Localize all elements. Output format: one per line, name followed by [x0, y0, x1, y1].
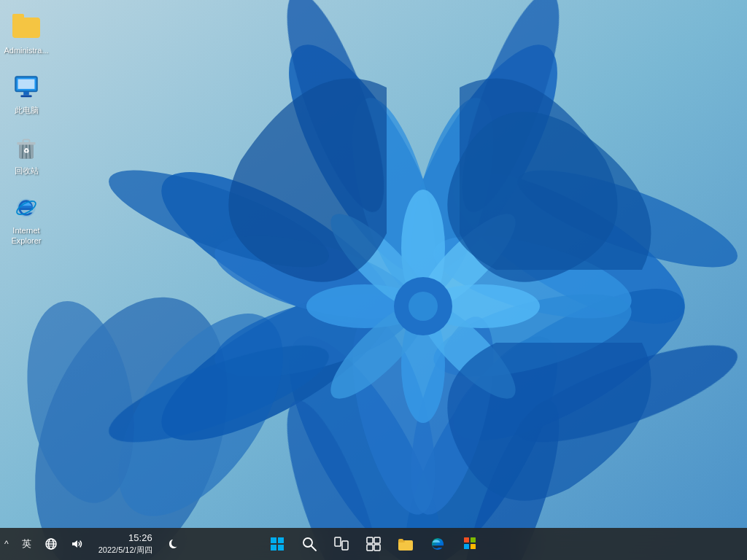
clock-time: 15:26: [128, 532, 152, 545]
edge-button[interactable]: [423, 528, 452, 560]
task-view-button[interactable]: [327, 528, 356, 560]
svg-rect-56: [278, 537, 284, 543]
this-pc-svg: [12, 74, 40, 101]
recycle-bin-icon[interactable]: ♻ 回收站: [0, 131, 53, 179]
taskbar: ^ 英: [0, 528, 747, 560]
svg-line-60: [311, 546, 316, 551]
internet-explorer-icon[interactable]: InternetExplorer: [0, 190, 53, 249]
svg-rect-71: [471, 537, 476, 542]
volume-button[interactable]: [66, 534, 88, 553]
svg-rect-50: [23, 139, 30, 143]
volume-icon: [71, 537, 84, 551]
svg-rect-55: [271, 537, 276, 543]
svg-text:♻: ♻: [23, 147, 29, 155]
svg-rect-62: [342, 541, 348, 550]
svg-rect-42: [23, 92, 29, 96]
store-icon: [462, 537, 477, 551]
chevron-up-icon: ^: [4, 539, 9, 549]
svg-rect-57: [271, 545, 276, 551]
svg-rect-69: [398, 539, 403, 542]
desktop: Administra... 此电脑: [0, 0, 747, 560]
widgets-icon: [366, 537, 381, 551]
svg-rect-61: [335, 537, 341, 546]
svg-rect-40: [18, 79, 35, 89]
svg-rect-64: [374, 537, 380, 543]
task-view-icon: [334, 537, 349, 551]
recycle-bin-svg: ♻: [13, 135, 39, 161]
svg-rect-63: [367, 537, 373, 543]
moon-icon: [167, 538, 179, 550]
show-hidden-icons-button[interactable]: ^: [0, 536, 13, 552]
network-button[interactable]: [40, 534, 62, 553]
wallpaper: [0, 0, 747, 560]
ie-svg: [13, 195, 39, 221]
this-pc-icon[interactable]: 此电脑: [0, 70, 53, 118]
file-explorer-icon: [398, 537, 414, 551]
svg-rect-66: [374, 545, 380, 551]
language-label: 英: [22, 537, 31, 551]
search-icon: [302, 537, 317, 551]
svg-rect-72: [464, 544, 469, 549]
administrator-folder-icon[interactable]: Administra...: [0, 10, 53, 58]
svg-rect-70: [464, 537, 469, 542]
widgets-button[interactable]: [359, 528, 388, 560]
desktop-icons: Administra... 此电脑: [0, 0, 53, 259]
svg-line-48: [30, 144, 31, 158]
svg-marker-79: [72, 540, 77, 548]
search-button[interactable]: [295, 528, 324, 560]
clock[interactable]: 15:26 2022/5/12/周四: [93, 531, 158, 556]
notification-button[interactable]: [163, 535, 183, 553]
svg-rect-53: [20, 206, 33, 208]
svg-point-26: [409, 292, 438, 321]
store-button[interactable]: [455, 528, 484, 560]
svg-point-59: [303, 538, 312, 547]
network-icon: [44, 537, 58, 551]
start-button[interactable]: [263, 528, 292, 560]
svg-rect-43: [20, 96, 31, 98]
windows-logo-icon: [270, 537, 285, 551]
svg-rect-65: [367, 545, 373, 551]
clock-date: 2022/5/12/周四: [98, 545, 152, 555]
taskbar-center: [263, 528, 484, 560]
svg-rect-73: [471, 544, 476, 549]
svg-rect-58: [278, 545, 284, 551]
language-indicator[interactable]: 英: [18, 534, 36, 553]
edge-icon: [430, 537, 445, 551]
taskbar-right: ^ 英: [0, 531, 189, 556]
file-explorer-button[interactable]: [391, 528, 420, 560]
